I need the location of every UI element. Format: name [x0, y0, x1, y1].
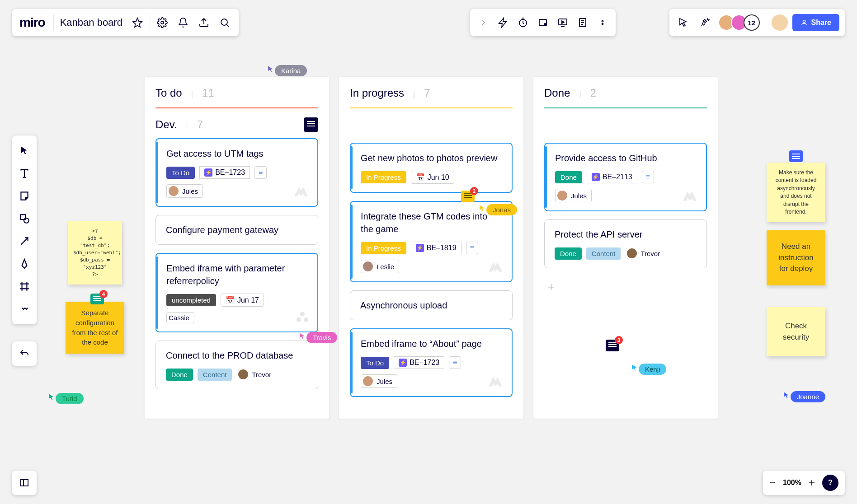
card-title: Embed iframe with parameter referrerpoli…: [166, 262, 307, 287]
asana-icon: [296, 311, 309, 325]
star-icon[interactable]: [129, 14, 146, 31]
zoom-level[interactable]: 100%: [783, 479, 801, 487]
zoom-in-button[interactable]: +: [809, 476, 815, 489]
frames-panel-button[interactable]: [12, 471, 37, 495]
avatar-count[interactable]: 12: [744, 14, 760, 31]
help-button[interactable]: ?: [822, 475, 838, 491]
card-title: Embed iframe to “About” page: [361, 337, 502, 350]
assignee-chip: Cassie: [166, 312, 194, 323]
code-tag: ⚡BE–2113: [587, 171, 637, 183]
column-todo[interactable]: To do | 11 Dev. | 7 Get access to UTM ta…: [145, 77, 329, 419]
divider: [150, 14, 150, 31]
topbar-right: 12 Share: [669, 9, 845, 36]
assignee-chip: Leslie: [361, 260, 399, 273]
bolt-icon[interactable]: [494, 14, 512, 31]
status-tag: To Do: [361, 357, 389, 369]
select-tool[interactable]: [15, 140, 34, 162]
priority-icon: ≡: [466, 242, 478, 254]
arrow-tool[interactable]: [15, 230, 34, 252]
comment-icon[interactable]: 4: [90, 294, 104, 304]
add-card-button[interactable]: +: [544, 276, 707, 298]
svg-point-8: [602, 23, 603, 25]
column-title: To do: [155, 87, 182, 99]
more-icon[interactable]: [594, 14, 611, 31]
status-tag: Done: [166, 369, 193, 381]
assignee-chip: Trevor: [236, 368, 276, 381]
avatar-stack[interactable]: 12: [718, 14, 760, 31]
settings-icon[interactable]: [154, 14, 171, 31]
swimlane-header: Dev. | 7: [155, 108, 318, 138]
cursor-label: Joanne: [791, 391, 825, 402]
card-title: Configure payment gateway: [166, 224, 308, 236]
assignee-chip: Jules: [361, 374, 397, 388]
comment-icon[interactable]: 3: [606, 340, 619, 351]
logo[interactable]: miro: [18, 15, 50, 30]
frame-tool[interactable]: [15, 275, 34, 297]
pen-tool[interactable]: [15, 253, 34, 275]
topbar-mid: [470, 9, 616, 36]
cursor-label: Karina: [275, 65, 307, 76]
svg-point-13: [300, 312, 305, 316]
card[interactable]: Get new photos to photos preview In Prog…: [350, 143, 513, 193]
swimlane-count: 7: [197, 118, 203, 131]
zoom-out-button[interactable]: −: [769, 476, 776, 489]
avatar-self[interactable]: [772, 14, 788, 31]
sticky-note[interactable]: Separate configuration from the rest of …: [66, 302, 124, 354]
comment-icon[interactable]: [789, 150, 803, 162]
undo-button[interactable]: [12, 341, 37, 366]
status-tag: In Progress: [361, 242, 406, 254]
present-icon[interactable]: [554, 14, 571, 31]
export-icon[interactable]: [195, 14, 212, 31]
card[interactable]: Protect the API server Done Content Trev…: [544, 219, 707, 268]
integration-icon: [487, 375, 504, 390]
badge: 2: [470, 187, 478, 195]
share-button[interactable]: Share: [792, 14, 839, 31]
share-label: Share: [811, 19, 831, 27]
card[interactable]: Embed iframe to “About” page To Do ⚡BE–1…: [350, 328, 513, 397]
card[interactable]: Get access to UTM tags To Do ⚡BE–1723 ≡ …: [155, 138, 318, 207]
card[interactable]: Provide access to GitHub Done ⚡BE–2113 ≡…: [544, 143, 707, 211]
left-toolbar: [12, 135, 37, 324]
sticky-note[interactable]: <? $db = "test_db"; $db_user="web1"; $db…: [68, 221, 122, 285]
svg-point-14: [297, 317, 301, 322]
sticky-note[interactable]: Need an instruction for deploy: [767, 230, 825, 285]
bell-icon[interactable]: [174, 14, 192, 31]
svg-point-0: [161, 21, 164, 24]
sticky-note[interactable]: Check security: [767, 307, 825, 356]
integration-icon: [682, 190, 698, 204]
frame-tool-icon[interactable]: [534, 14, 551, 31]
card[interactable]: Embed iframe with parameter referrerpoli…: [155, 253, 318, 332]
zoom-controls: − 100% + ?: [763, 471, 845, 495]
text-tool[interactable]: [15, 163, 34, 184]
assignee-chip: Jules: [555, 189, 592, 202]
notes-icon[interactable]: [574, 14, 591, 31]
column-inprogress[interactable]: In progress | 7 Get new photos to photos…: [339, 77, 523, 419]
svg-point-9: [803, 20, 805, 23]
search-icon[interactable]: [216, 14, 233, 31]
sticky-note[interactable]: Make sure the content is loaded asynchro…: [767, 163, 825, 222]
sticky-tool[interactable]: [15, 185, 34, 207]
topbar-left: miro Kanban board: [12, 9, 239, 36]
status-tag: To Do: [166, 167, 195, 179]
priority-icon: ≡: [449, 356, 461, 369]
shape-tool[interactable]: [15, 208, 34, 229]
svg-point-11: [24, 218, 29, 223]
card[interactable]: Configure payment gateway: [155, 215, 318, 245]
cursor-label: Travis: [306, 332, 337, 343]
reactions-icon[interactable]: [697, 14, 714, 31]
cursor-tool-icon[interactable]: [675, 14, 692, 31]
column-done[interactable]: Done | 2 Provide access to GitHub Done ⚡…: [533, 77, 718, 419]
swimlane-title: Dev.: [155, 118, 177, 131]
card[interactable]: Connect to the PROD database Done Conten…: [155, 341, 318, 389]
more-tools[interactable]: [15, 298, 34, 320]
card[interactable]: Asynchronous upload: [350, 290, 513, 320]
timer-icon[interactable]: [514, 14, 532, 31]
remote-cursor: Kenji: [631, 364, 666, 375]
comment-icon[interactable]: [304, 117, 318, 132]
cursor-label: Kenji: [639, 364, 666, 375]
chevron-right-icon[interactable]: [475, 14, 492, 31]
integration-icon: [293, 185, 309, 200]
board-name[interactable]: Kanban board: [57, 17, 125, 28]
card-title: Get access to UTM tags: [166, 147, 307, 160]
comment-icon[interactable]: 2: [461, 191, 475, 202]
